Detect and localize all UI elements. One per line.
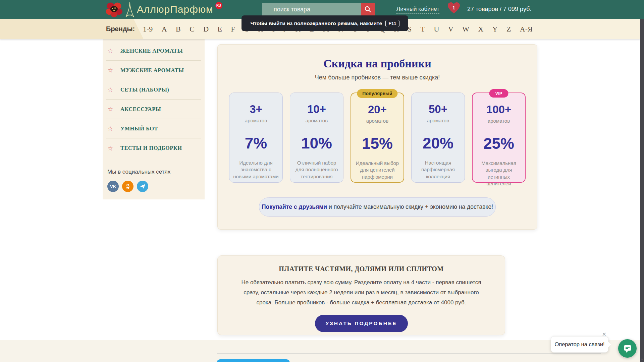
sidebar-menu: ☆ ЖЕНСКИЕ АРОМАТЫ ☆ МУЖСКИЕ АРОМАТЫ ☆ СЕ… — [103, 41, 205, 158]
account-link[interactable]: Личный кабинет — [396, 6, 439, 14]
tier-discount: 7% — [229, 135, 282, 151]
sidebar-item-label: СЕТЫ (НАБОРЫ) — [120, 86, 169, 93]
scrollbar[interactable]: ⌄ — [640, 19, 644, 362]
sidebar-item[interactable]: ☆ МУЖСКИЕ АРОМАТЫ — [106, 61, 201, 80]
sidebar-item[interactable]: ☆ АКСЕССУАРЫ — [106, 100, 201, 119]
brand-letter[interactable]: А-Я — [520, 25, 533, 34]
sidebar-item[interactable]: ☆ ЖЕНСКИЕ АРОМАТЫ — [106, 41, 201, 61]
star-icon: ☆ — [107, 144, 113, 152]
sidebar-item-label: ЖЕНСКИЕ АРОМАТЫ — [120, 48, 183, 54]
tier-card-3plus: 3+ ароматов 7% Идеально для знакомства с… — [229, 93, 283, 183]
social-links: VK — [107, 181, 205, 192]
tier-description: Идеально для знакомства с новыми аромата… — [233, 160, 279, 180]
next-section-peek — [0, 340, 640, 362]
tier-description: Настоящая парфюмерная коллекция — [415, 160, 461, 180]
favorites-count-badge: 1 — [447, 5, 460, 10]
bottom-blue-button-peek[interactable] — [217, 359, 290, 362]
installment-title: ПЛАТИТЕ ЧАСТЯМИ, ДОЛЯМИ ИЛИ СПЛИТОМ — [218, 265, 505, 273]
friends-note-text: и получайте максимальную скидку + эконом… — [329, 203, 493, 210]
vip-badge: VIP — [489, 89, 508, 98]
tier-quantity: 20+ — [351, 104, 404, 115]
sidebar-item-label: УМНЫЙ БОТ — [120, 125, 158, 132]
brand-letter[interactable]: U — [434, 25, 439, 34]
brand-letter[interactable]: C — [190, 25, 195, 34]
star-icon: ☆ — [107, 125, 113, 132]
flower-icon — [105, 1, 123, 18]
tier-card-50plus: 50+ ароматов 20% Настоящая парфюмерная к… — [411, 93, 465, 183]
learn-more-button[interactable]: УЗНАТЬ ПОДРОБНЕЕ — [315, 315, 408, 332]
brand-letter[interactable]: Y — [492, 25, 498, 34]
sidebar-item[interactable]: ☆ УМНЫЙ БОТ — [106, 119, 201, 138]
section-divider — [217, 353, 601, 354]
tier-card-100plus-vip: VIP 100+ ароматов 25% Максимальная выгод… — [472, 93, 526, 183]
eiffel-tower-icon — [125, 1, 135, 18]
discount-tiers: 3+ ароматов 7% Идеально для знакомства с… — [218, 93, 537, 183]
tier-discount: 20% — [412, 135, 465, 151]
telegram-icon[interactable] — [137, 181, 148, 192]
tier-quantity: 100+ — [473, 104, 525, 115]
brands-label: Бренды: — [106, 19, 135, 39]
scroll-down-arrow[interactable]: ⌄ — [640, 356, 644, 361]
tier-unit-label: ароматов — [229, 118, 282, 123]
social-title: Мы в социальных сетях — [107, 169, 205, 175]
brand-letter[interactable]: T — [421, 25, 425, 34]
sidebar-item-label: МУЖСКИЕ АРОМАТЫ — [120, 67, 184, 74]
search-input[interactable] — [262, 3, 361, 16]
vk-icon[interactable]: VK — [107, 181, 119, 192]
search-button[interactable] — [361, 3, 375, 16]
tier-quantity: 3+ — [229, 104, 282, 115]
chat-message: Оператор на связи! — [551, 341, 608, 348]
star-icon: ☆ — [107, 86, 113, 94]
chat-button[interactable] — [618, 339, 637, 358]
samples-discount-card: Скидка на пробники Чем больше пробников … — [217, 44, 537, 230]
tier-discount: 25% — [473, 136, 525, 151]
brand-letter[interactable]: W — [462, 25, 469, 34]
tier-quantity: 50+ — [412, 104, 465, 115]
sidebar-item-label: ТЕСТЫ И ПОДБОРКИ — [120, 145, 182, 152]
ru-badge: RU — [215, 2, 222, 9]
brand-name: АллюрПарфюм — [137, 1, 213, 18]
tier-unit-label: ароматов — [473, 118, 525, 124]
f11-key-badge: F11 — [385, 20, 399, 27]
brand-letter[interactable]: E — [218, 25, 222, 34]
chat-popup: ✕ Оператор на связи! — [551, 336, 608, 353]
tier-card-20plus-popular: Популярный 20+ ароматов 15% Идеальный вы… — [351, 93, 404, 183]
tier-discount: 10% — [290, 135, 343, 151]
tier-card-10plus: 10+ ароматов 10% Отличный набор для полн… — [290, 93, 343, 183]
sidebar-item[interactable]: ☆ ТЕСТЫ И ПОДБОРКИ — [106, 138, 201, 158]
search-form — [262, 3, 375, 16]
tier-description: Максимальная выгода для истинных ценител… — [476, 160, 521, 187]
star-icon: ☆ — [107, 66, 113, 74]
friends-note: Покупайте с друзьями и получайте максима… — [259, 197, 496, 217]
tier-description: Идеальный выбор для ценителей парфюмерии — [355, 160, 400, 180]
brand-letter[interactable]: V — [448, 25, 453, 34]
tier-unit-label: ароматов — [412, 118, 465, 123]
promo-subtitle: Чем больше пробников — тем выше скидка! — [218, 74, 537, 81]
odnoklassniki-icon[interactable] — [122, 181, 133, 192]
installment-card: ПЛАТИТЕ ЧАСТЯМИ, ДОЛЯМИ ИЛИ СПЛИТОМ Не о… — [217, 255, 505, 335]
installment-body: Не обязательно платить сразу всю сумму. … — [236, 278, 486, 307]
brand-letter[interactable]: B — [176, 25, 181, 34]
close-icon[interactable]: ✕ — [602, 331, 606, 338]
promo-title: Скидка на пробники — [218, 57, 537, 70]
tier-unit-label: ароматов — [351, 118, 404, 124]
brand-letter[interactable]: D — [203, 25, 209, 34]
brand-letter[interactable]: F — [231, 25, 235, 34]
fullscreen-exit-notice: Чтобы выйти из полноэкранного режима, на… — [241, 15, 408, 31]
buy-with-friends-link[interactable]: Покупайте с друзьями — [262, 203, 327, 210]
sidebar: ☆ ЖЕНСКИЕ АРОМАТЫ ☆ МУЖСКИЕ АРОМАТЫ ☆ СЕ… — [103, 39, 205, 199]
favorites-button[interactable]: 1 — [447, 2, 460, 15]
sidebar-item-label: АКСЕССУАРЫ — [120, 106, 161, 113]
brand-letter[interactable]: X — [478, 25, 483, 34]
brand-letter[interactable]: 1-9 — [143, 25, 153, 34]
page: АллюрПарфюм RU Личный кабинет 1 27 товар… — [0, 0, 644, 362]
tier-discount: 15% — [351, 136, 404, 151]
tier-unit-label: ароматов — [290, 118, 343, 123]
brand-letter[interactable]: Z — [506, 25, 511, 34]
chat-icon — [623, 344, 632, 353]
tier-quantity: 10+ — [290, 104, 343, 115]
cart-summary[interactable]: 27 товаров / 7 099 руб. — [467, 6, 531, 13]
brand-letter[interactable]: A — [162, 25, 167, 34]
sidebar-item[interactable]: ☆ СЕТЫ (НАБОРЫ) — [106, 80, 201, 100]
logo[interactable]: АллюрПарфюм RU — [105, 1, 222, 18]
